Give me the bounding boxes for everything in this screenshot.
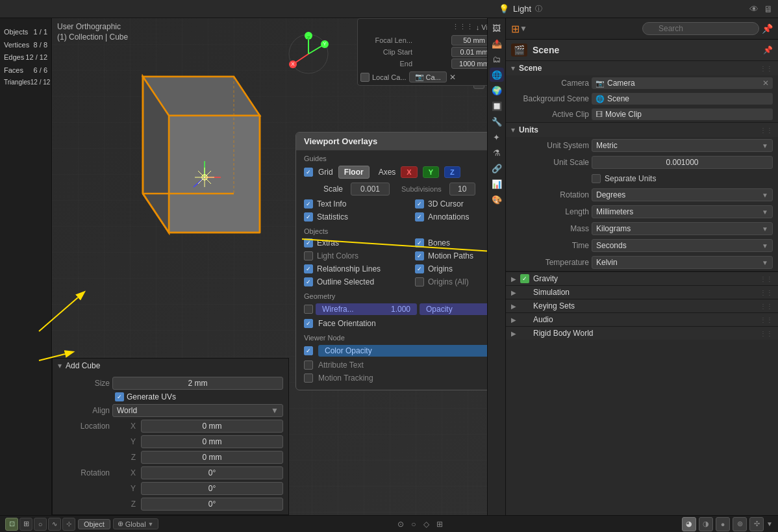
gravity-check[interactable]: ✓ xyxy=(520,274,529,283)
particles-properties-icon[interactable]: ✦ xyxy=(490,130,504,144)
bones-checkbox[interactable] xyxy=(415,238,424,247)
snap-icon[interactable]: ⊙ xyxy=(395,519,406,529)
size-input[interactable]: 2 mm xyxy=(112,377,283,390)
rotation-z-input[interactable]: 0° xyxy=(141,498,283,511)
wireframe-bar[interactable]: Wirefra... 1.000 xyxy=(316,303,417,315)
gizmos-icon[interactable]: ✣ xyxy=(749,517,764,531)
constraints-properties-icon[interactable]: 🔗 xyxy=(490,161,504,175)
length-dropdown[interactable]: Millimeters ▼ xyxy=(592,205,773,218)
object-properties-icon[interactable]: 🔲 xyxy=(490,99,504,113)
eye-icon[interactable]: 👁 xyxy=(749,4,759,14)
units-section-header[interactable]: ▾ Units ⋮⋮ xyxy=(506,123,778,137)
location-z-input[interactable]: 0 mm xyxy=(141,451,283,464)
add-cube-title: Add Cube xyxy=(66,361,100,370)
physics-properties-icon[interactable]: ⚗ xyxy=(490,146,504,160)
cursor-tool-icon[interactable]: ⊹ xyxy=(62,518,75,531)
add-cube-header[interactable]: ▾ Add Cube xyxy=(53,359,288,373)
mirror-icon[interactable]: ⊞ xyxy=(434,519,445,529)
temperature-dropdown[interactable]: Kelvin ▼ xyxy=(592,256,773,269)
more-options-arrow[interactable]: ▼ xyxy=(766,520,773,527)
motion-paths-checkbox[interactable] xyxy=(415,251,424,260)
pin-scene-icon[interactable]: 📌 xyxy=(763,45,773,55)
grid-checkbox[interactable] xyxy=(304,168,313,177)
viewport-shading-material[interactable]: ◑ xyxy=(699,517,713,531)
bg-scene-value[interactable]: 🌐 Scene xyxy=(592,93,773,105)
data-properties-icon[interactable]: 📊 xyxy=(490,177,504,191)
cursor-3d-checkbox[interactable] xyxy=(415,199,424,209)
end-value[interactable]: 1000 mm xyxy=(451,58,487,69)
material-properties-icon[interactable]: 🎨 xyxy=(490,192,504,207)
monitor-icon[interactable]: 🖥 xyxy=(764,4,773,14)
attribute-text-checkbox[interactable] xyxy=(304,361,313,370)
scene-section-header[interactable]: ▾ Scene ⋮⋮ xyxy=(506,61,778,75)
face-orientation-checkbox[interactable] xyxy=(304,319,313,328)
location-y-input[interactable]: 0 mm xyxy=(141,435,283,448)
rotation-y-input[interactable]: 0° xyxy=(141,482,283,495)
select-tool-icon[interactable]: ⊡ xyxy=(5,518,18,531)
scale-input[interactable] xyxy=(351,183,390,196)
proportional-icon[interactable]: ○ xyxy=(408,519,419,529)
mass-dropdown[interactable]: Kilograms ▼ xyxy=(592,222,773,235)
collection-info: (1) Collection | Cube xyxy=(57,32,128,42)
unit-scale-value[interactable]: 0.001000 xyxy=(592,156,773,169)
render-properties-icon[interactable]: 🖼 xyxy=(490,21,504,35)
camera-prop-value[interactable]: 📷 Camera ✕ xyxy=(592,77,773,89)
text-info-checkbox[interactable] xyxy=(304,199,313,209)
outline-selected-checkbox[interactable] xyxy=(304,277,313,286)
annotations-checkbox[interactable] xyxy=(415,212,424,222)
scene-properties-icon[interactable]: 🌐 xyxy=(490,68,504,82)
local-ca-check[interactable] xyxy=(360,73,370,82)
bottom-mode-btn[interactable]: Object xyxy=(78,519,110,529)
time-dropdown[interactable]: Seconds ▼ xyxy=(592,239,773,252)
properties-search-input[interactable] xyxy=(642,22,759,35)
origins-checkbox[interactable] xyxy=(415,264,424,273)
focal-value[interactable]: 50 mm xyxy=(451,35,487,45)
world-properties-icon[interactable]: 🌍 xyxy=(490,83,504,97)
subdivisions-input[interactable] xyxy=(449,183,475,196)
opacity-bar[interactable]: Opacity 1.000 xyxy=(420,303,487,315)
motion-tracking-checkbox[interactable] xyxy=(304,374,313,383)
axis-x-button[interactable]: X xyxy=(401,166,417,178)
camera-btn[interactable]: 📷 Ca... xyxy=(409,71,447,82)
pin-icon[interactable]: 📌 xyxy=(762,23,773,34)
generate-uvs-check[interactable]: ✓ xyxy=(115,392,124,401)
axis-z-button[interactable]: Z xyxy=(444,166,460,178)
view-menu[interactable]: ↓ View xyxy=(476,23,487,31)
rotation-x-input[interactable]: 0° xyxy=(141,466,283,479)
circle-select-icon[interactable]: ○ xyxy=(34,518,47,531)
rigid-body-world-collapsible[interactable]: ▶ Rigid Body World ⋮⋮ xyxy=(506,326,778,340)
close-local-ca[interactable]: ✕ xyxy=(449,73,456,82)
active-clip-value[interactable]: 🎞 Movie Clip xyxy=(592,108,773,120)
modifier-properties-icon[interactable]: 🔧 xyxy=(490,114,504,129)
separate-units-check[interactable] xyxy=(592,174,601,183)
statistics-checkbox[interactable] xyxy=(304,212,313,222)
audio-collapsible[interactable]: ▶ Audio ⋮⋮ xyxy=(506,312,778,326)
extras-checkbox[interactable] xyxy=(304,238,313,247)
lasso-select-icon[interactable]: ∿ xyxy=(48,518,61,531)
location-x-input[interactable]: 0 mm xyxy=(141,420,283,433)
floor-button[interactable]: Floor xyxy=(338,166,370,179)
global-btn[interactable]: ⊕ Global ▼ xyxy=(113,518,158,529)
viewport-shading-rendered[interactable]: ● xyxy=(716,517,730,531)
wireframe-checkbox[interactable] xyxy=(304,305,313,314)
origins-all-checkbox[interactable] xyxy=(415,277,424,286)
camera-clear-button[interactable]: ✕ xyxy=(762,79,769,88)
overlays-icon-bottom[interactable]: ⊛ xyxy=(733,517,747,531)
relationship-lines-checkbox[interactable] xyxy=(304,264,313,273)
view-layer-icon[interactable]: 🗂 xyxy=(490,52,504,66)
axis-y-button[interactable]: Y xyxy=(423,166,439,178)
keyframe-icon[interactable]: ◇ xyxy=(421,519,432,529)
viewport-shading-solid[interactable]: ◕ xyxy=(682,517,696,531)
gravity-collapsible[interactable]: ▶ ✓ Gravity ⋮⋮ xyxy=(506,272,778,285)
align-dropdown[interactable]: World ▼ xyxy=(112,404,283,417)
light-colors-checkbox[interactable] xyxy=(304,251,313,260)
rotation-dropdown[interactable]: Degrees ▼ xyxy=(592,188,773,201)
box-select-icon[interactable]: ⊞ xyxy=(19,518,32,531)
clip-start-value[interactable]: 0.01 mm xyxy=(451,47,487,57)
simulation-collapsible[interactable]: ▶ Simulation ⋮⋮ xyxy=(506,285,778,299)
keying-sets-collapsible[interactable]: ▶ Keying Sets ⋮⋮ xyxy=(506,299,778,312)
output-properties-icon[interactable]: 📤 xyxy=(490,36,504,51)
unit-system-dropdown[interactable]: Metric ▼ xyxy=(592,139,773,152)
color-opacity-checkbox[interactable] xyxy=(304,346,313,355)
properties-menu-icon[interactable]: ▼ xyxy=(520,24,527,33)
